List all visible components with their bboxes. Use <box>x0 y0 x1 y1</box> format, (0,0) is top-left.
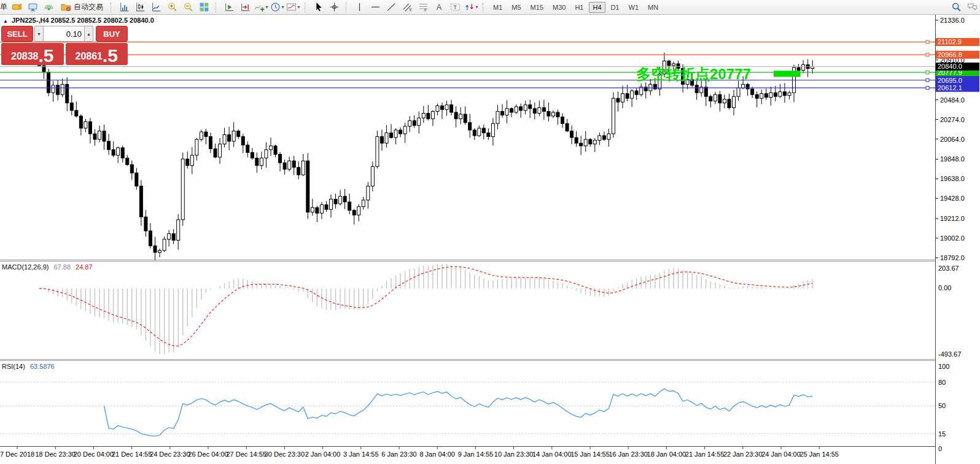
macd-signal-value: 24.87 <box>76 263 93 271</box>
candlestick-chart-icon[interactable] <box>133 1 148 14</box>
tile-windows-icon[interactable] <box>196 1 212 14</box>
crosshair-icon[interactable] <box>327 1 342 14</box>
zoom-out-icon[interactable] <box>181 1 196 14</box>
svg-text:-493.67: -493.67 <box>938 350 961 358</box>
svg-text:21 Dec 14:55: 21 Dec 14:55 <box>112 450 152 458</box>
chart-window-icon: ▲ <box>3 18 8 24</box>
chart-annotation-text[interactable]: 多空转折点20777 <box>636 64 751 84</box>
svg-text:24 Jan 04:00: 24 Jan 04:00 <box>761 450 801 458</box>
annotation-rectangle[interactable] <box>774 71 801 77</box>
buy-button[interactable]: BUY <box>96 26 128 42</box>
dropdown-caret-icon[interactable]: ▾ <box>281 4 284 10</box>
svg-text:7 Dec 2018: 7 Dec 2018 <box>0 450 34 458</box>
toolbar-separator <box>305 2 308 12</box>
sell-button[interactable]: SELL <box>1 26 33 42</box>
svg-text:E: E <box>410 7 412 12</box>
svg-text:20484.0: 20484.0 <box>940 96 965 104</box>
search-icon[interactable] <box>949 1 964 14</box>
dropdown-caret-icon[interactable]: ▾ <box>475 4 478 10</box>
line-handle[interactable] <box>926 79 929 82</box>
svg-text:50: 50 <box>938 402 946 409</box>
rsi-label: RSI(14) 63.5876 <box>2 363 55 370</box>
line-handle[interactable] <box>926 87 929 90</box>
zoom-in-icon[interactable] <box>165 1 180 14</box>
svg-text:18 Dec 23:30: 18 Dec 23:30 <box>35 450 75 458</box>
svg-text:6 Jan 23:30: 6 Jan 23:30 <box>381 450 417 458</box>
svg-text:16 Jan 23:30: 16 Jan 23:30 <box>609 450 648 458</box>
line-chart-icon[interactable] <box>149 1 164 14</box>
svg-text:20966.8: 20966.8 <box>938 51 962 58</box>
timeframe-m1[interactable]: M1 <box>489 2 506 13</box>
new-order-icon[interactable] <box>9 1 25 14</box>
label-icon[interactable]: T <box>448 1 463 14</box>
svg-text:2 Jan 04:00: 2 Jan 04:00 <box>305 450 341 458</box>
autotrading-button[interactable]: 自动交易 <box>57 1 107 14</box>
buy-price-int: 20861 <box>75 52 103 63</box>
bar-chart-icon[interactable] <box>117 1 132 14</box>
new-order-button-cut[interactable]: 单 <box>0 2 9 12</box>
chart-shift-icon[interactable] <box>238 1 253 14</box>
timeframe-m5[interactable]: M5 <box>508 2 524 13</box>
svg-text:30 Dec 23:30: 30 Dec 23:30 <box>265 450 305 458</box>
channel-icon[interactable]: E <box>400 1 415 14</box>
svg-text:24 Dec 23:30: 24 Dec 23:30 <box>150 450 190 458</box>
templates-icon[interactable]: ▾ <box>286 1 301 14</box>
svg-text:20274.0: 20274.0 <box>940 116 965 123</box>
svg-text:19638.0: 19638.0 <box>940 175 965 182</box>
timeframe-h4[interactable]: H4 <box>589 2 605 13</box>
svg-text:80: 80 <box>938 379 946 386</box>
buy-price-dec: .5 <box>103 48 118 64</box>
svg-text:0: 0 <box>938 445 942 452</box>
timeframe-d1[interactable]: D1 <box>607 2 623 13</box>
timeframe-m30[interactable]: M30 <box>549 2 569 13</box>
svg-text:19428.0: 19428.0 <box>940 195 965 202</box>
chat-icon[interactable] <box>965 1 980 14</box>
line-handle[interactable] <box>926 53 929 56</box>
volume-increase-button[interactable]: ▴ <box>84 26 93 42</box>
line-handle[interactable] <box>926 71 929 74</box>
terminal-icon[interactable] <box>25 1 41 14</box>
ohlc-values: 20852.5 20852.5 20802.5 20840.0 <box>51 17 154 24</box>
macd-label: MACD(12,26,9) 67.88 24.87 <box>2 263 93 271</box>
svg-text:20 Dec 04:00: 20 Dec 04:00 <box>74 450 114 458</box>
timeframe-mn[interactable]: MN <box>644 2 662 13</box>
arrows-icon[interactable]: ▾ <box>464 1 479 14</box>
timeframe-w1[interactable]: W1 <box>625 2 643 13</box>
svg-text:10 Jan 23:30: 10 Jan 23:30 <box>494 450 534 458</box>
dropdown-caret-icon[interactable]: ▾ <box>297 4 300 10</box>
indicators-icon[interactable]: ▾ <box>254 1 269 14</box>
svg-text:20695.0: 20695.0 <box>938 77 962 84</box>
vertical-line-icon[interactable] <box>352 1 367 14</box>
sell-price-box[interactable]: 20838 .5 <box>1 43 64 65</box>
svg-text:100: 100 <box>938 363 949 370</box>
autotrading-label: 自动交易 <box>74 2 103 12</box>
svg-text:0.00: 0.00 <box>938 284 951 292</box>
svg-text:21 Jan 14:55: 21 Jan 14:55 <box>685 450 725 458</box>
volume-decrease-button[interactable]: ▾ <box>34 26 44 42</box>
macd-name: MACD(12,26,9) <box>2 263 49 271</box>
svg-text:203.67: 203.67 <box>938 265 959 272</box>
volume-input[interactable] <box>44 26 84 42</box>
timeframe-h1[interactable]: H1 <box>571 2 587 13</box>
periods-icon[interactable]: ▾ <box>270 1 285 14</box>
timeframe-m15[interactable]: M15 <box>527 2 547 13</box>
line-handle[interactable] <box>926 41 929 44</box>
chart-canvas[interactable]: 21336.020910.020484.020274.020064.019848… <box>0 0 980 464</box>
horizontal-line-icon[interactable] <box>368 1 383 14</box>
dropdown-caret-icon[interactable]: ▾ <box>265 4 268 10</box>
cursor-icon[interactable] <box>311 1 326 14</box>
svg-text:19212.0: 19212.0 <box>940 215 965 222</box>
fibonacci-icon[interactable]: F <box>416 1 431 14</box>
svg-text:F: F <box>424 8 427 12</box>
signal-icon[interactable] <box>41 1 56 14</box>
chart-title: ▲ JPN225-,H4 20852.5 20852.5 20802.5 208… <box>3 17 154 24</box>
auto-scroll-icon[interactable] <box>222 1 237 14</box>
text-icon[interactable]: A <box>432 1 447 14</box>
svg-text:21336.0: 21336.0 <box>940 17 965 24</box>
buy-price-box[interactable]: 20861 .5 <box>66 43 128 65</box>
macd-main-value: 67.88 <box>53 263 71 271</box>
svg-text:18792.0: 18792.0 <box>940 254 965 261</box>
trendline-icon[interactable] <box>384 1 399 14</box>
toolbar-separator <box>216 2 219 12</box>
sell-price-int: 20838 <box>11 52 39 63</box>
